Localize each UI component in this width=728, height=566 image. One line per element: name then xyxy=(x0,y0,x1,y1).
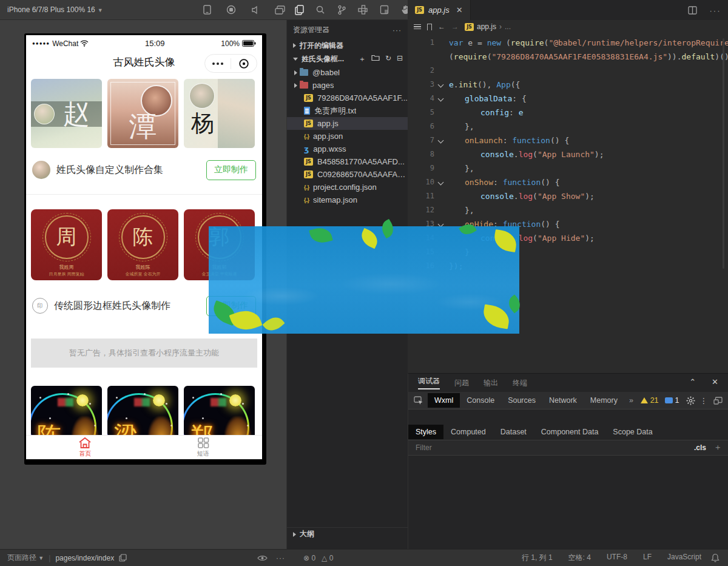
insp-tab-styles[interactable]: Styles xyxy=(408,425,443,439)
line-number: 5 xyxy=(408,106,434,120)
encoding[interactable]: UTF-8 xyxy=(607,553,627,563)
tab-problems[interactable]: 问题 xyxy=(454,378,469,388)
more-menu-icon[interactable] xyxy=(205,62,231,65)
problem-counts[interactable]: ⊗ 0 △ 0 xyxy=(303,554,333,562)
devtool-tab-console[interactable]: Console xyxy=(460,393,501,408)
wifi-icon xyxy=(80,40,89,47)
more-tabs-icon[interactable]: » xyxy=(629,396,633,405)
search-icon[interactable] xyxy=(315,4,326,15)
filter-input[interactable] xyxy=(414,443,694,453)
git-icon[interactable] xyxy=(336,4,347,15)
bookmark-icon[interactable] xyxy=(427,24,432,30)
eol-setting[interactable]: LF xyxy=(643,553,652,563)
file-item[interactable]: JSB458581770AA5AAFD... xyxy=(287,155,408,168)
top-toolbar: iPhone 6/7/8 Plus 100% 16▼ JS app.js ✕ ·… xyxy=(0,0,728,20)
devtool-tab-network[interactable]: Network xyxy=(542,393,584,408)
record-icon[interactable] xyxy=(226,4,237,15)
tab-appjs[interactable]: JS app.js ✕ xyxy=(408,0,471,20)
add-class-icon[interactable]: ＋ xyxy=(713,442,722,453)
undock-icon[interactable] xyxy=(712,395,723,406)
close-tab-icon[interactable]: ✕ xyxy=(456,5,463,15)
tab-terminal[interactable]: 终端 xyxy=(513,378,527,388)
devtool-tab-memory[interactable]: Memory xyxy=(584,393,624,408)
outline-section[interactable]: 大纲 xyxy=(287,527,408,541)
cursor-position[interactable]: 行 1, 列 1 xyxy=(522,553,553,563)
inspect-element-icon[interactable] xyxy=(413,395,424,406)
capsule-menu[interactable] xyxy=(204,54,257,73)
devtool-tab-wxml[interactable]: Wxml xyxy=(428,393,460,408)
nav-forward-icon[interactable]: → xyxy=(451,22,459,31)
new-folder-icon[interactable] xyxy=(371,54,380,64)
nav-back-icon[interactable]: ← xyxy=(438,22,445,31)
breadcrumb-file[interactable]: JS app.js › ... xyxy=(465,22,511,31)
fold-icon xyxy=(437,106,447,120)
make-now-button[interactable]: 立即制作 xyxy=(206,160,256,180)
file-item[interactable]: pages xyxy=(287,79,408,92)
devtool-tab-sources[interactable]: Sources xyxy=(501,393,542,408)
devtools-kebab-icon[interactable]: ⋮ xyxy=(700,396,708,405)
warning-count[interactable]: 21 xyxy=(650,396,659,405)
page-path-value[interactable]: pages/index/index xyxy=(55,554,114,562)
tab-phrases[interactable]: 短语 xyxy=(144,436,263,459)
cls-toggle[interactable]: .cls xyxy=(694,443,706,452)
file-item[interactable]: JSC092686570AA5AAFA6... xyxy=(287,168,408,181)
new-file-icon[interactable]: ＋ xyxy=(359,54,366,64)
file-item[interactable]: 免责声明.txt xyxy=(287,104,408,117)
mute-icon[interactable] xyxy=(250,4,261,15)
file-tree[interactable]: @babelpagesJS79286D8470AA5AAF1F...免责声明.t… xyxy=(287,66,408,206)
file-item[interactable]: {..}sitemap.json xyxy=(287,194,408,206)
photo-avatar-card[interactable]: 赵 xyxy=(31,79,102,148)
notifications-bell-icon[interactable] xyxy=(711,553,720,562)
refresh-icon[interactable]: ↻ xyxy=(385,54,391,64)
project-root[interactable]: 姓氏头像框... ＋ ↻ ⊟ xyxy=(287,52,408,66)
multi-window-icon[interactable] xyxy=(274,4,285,15)
explorer-more-icon[interactable]: ··· xyxy=(393,26,402,35)
language-mode[interactable]: JavaScript xyxy=(667,553,701,563)
tab-output[interactable]: 输出 xyxy=(484,378,498,388)
file-item[interactable]: JSapp.js xyxy=(287,117,408,130)
close-panel-icon[interactable]: ✕ xyxy=(712,377,718,386)
editor-scrollbar[interactable] xyxy=(723,38,724,269)
indent-setting[interactable]: 空格: 4 xyxy=(568,553,591,563)
file-item[interactable]: @babel xyxy=(287,66,408,79)
more-actions-icon[interactable]: ··· xyxy=(710,5,721,16)
open-editors-section[interactable]: 打开的编辑器 xyxy=(287,39,408,52)
rotate-device-icon[interactable] xyxy=(201,4,212,15)
fold-icon[interactable] xyxy=(437,92,447,106)
collapse-panel-icon[interactable]: ⌃ xyxy=(689,377,696,386)
tab-home[interactable]: 首页 xyxy=(26,436,144,459)
tab-debugger[interactable]: 调试器 xyxy=(418,376,440,389)
photo-avatar-card[interactable]: 杨 xyxy=(184,79,255,148)
fold-icon[interactable] xyxy=(437,133,447,147)
extensions-icon[interactable] xyxy=(357,4,368,15)
insp-tab-scope-data[interactable]: Scope Data xyxy=(605,425,659,439)
photo-avatar-card[interactable]: 潭 xyxy=(107,79,178,148)
file-name: @babel xyxy=(312,68,340,77)
copy-path-icon[interactable] xyxy=(119,554,127,562)
files-icon[interactable] xyxy=(294,4,305,15)
fold-icon[interactable] xyxy=(437,175,447,189)
eye-icon[interactable] xyxy=(257,554,268,562)
statusbar-more-icon[interactable]: ··· xyxy=(276,554,285,562)
txt-file-icon xyxy=(304,107,310,115)
minimize-target-icon[interactable] xyxy=(231,58,257,69)
outline-list-icon[interactable] xyxy=(414,23,421,31)
file-item[interactable]: ʒapp.wxss xyxy=(287,143,408,155)
collapse-all-icon[interactable]: ⊟ xyxy=(397,54,403,64)
page-icon[interactable] xyxy=(379,4,389,15)
red-name-card[interactable]: 周我姓周日月星辰 周而复始 xyxy=(31,209,102,280)
caption: 日月星辰 周而复始 xyxy=(31,271,102,277)
file-item[interactable]: JS79286D8470AA5AAF1F... xyxy=(287,92,408,104)
file-item[interactable]: {..}project.config.json xyxy=(287,181,408,194)
device-selector[interactable]: iPhone 6/7/8 Plus 100% 16▼ xyxy=(7,5,103,14)
devtools-settings-icon[interactable] xyxy=(686,395,696,406)
fold-icon[interactable] xyxy=(437,78,447,92)
insp-tab-dataset[interactable]: Dataset xyxy=(493,425,534,439)
page-path-selector[interactable]: 页面路径 ▼ xyxy=(7,553,44,563)
message-count[interactable]: 1 xyxy=(675,396,679,405)
split-editor-icon[interactable] xyxy=(687,5,698,16)
insp-tab-component-data[interactable]: Component Data xyxy=(534,425,606,439)
red-name-card[interactable]: 陈我姓陈金城所至 金石为开 xyxy=(107,209,178,280)
insp-tab-computed[interactable]: Computed xyxy=(443,425,493,439)
file-item[interactable]: {..}app.json xyxy=(287,130,408,143)
